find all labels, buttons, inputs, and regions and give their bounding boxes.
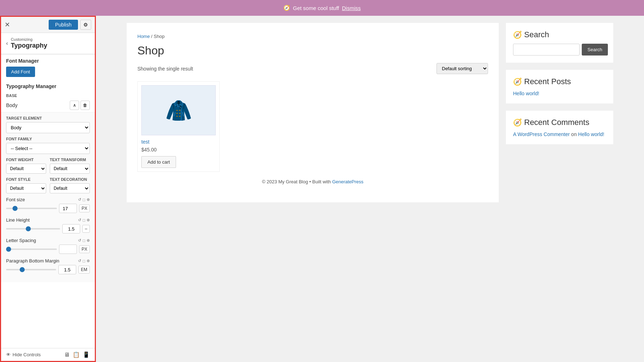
- line-height-slider[interactable]: [6, 228, 60, 230]
- font-size-header: Font size ↺ □ ⊕: [6, 197, 90, 202]
- footer-text: © 2023 My Great Blog • Built with: [262, 179, 331, 184]
- paragraph-margin-control: Paragraph Bottom Margin ↺ □ ⊕ EM: [6, 258, 90, 274]
- search-input[interactable]: [513, 44, 580, 55]
- letter-spacing-device-icon[interactable]: □: [83, 238, 85, 243]
- weight-transform-row: FONT WEIGHT Default 400 700 TEXT TRANSFO…: [6, 158, 90, 174]
- recent-comments-text: A WordPress Commenter on Hello world!: [513, 131, 606, 137]
- paragraph-margin-copy-icon[interactable]: ⊕: [87, 259, 90, 263]
- line-height-control: Line Height ↺ □ ⊕ –: [6, 217, 90, 233]
- commenter-link[interactable]: A WordPress Commenter: [513, 131, 570, 137]
- commented-post-link[interactable]: Hello world!: [578, 131, 604, 137]
- tablet-view-button[interactable]: 📋: [73, 351, 80, 358]
- paragraph-margin-header: Paragraph Bottom Margin ↺ □ ⊕: [6, 258, 90, 264]
- font-weight-select[interactable]: Default 400 700: [6, 164, 46, 174]
- line-height-header: Line Height ↺ □ ⊕: [6, 217, 90, 223]
- product-name[interactable]: test: [141, 139, 216, 145]
- body-delete-button[interactable]: 🗑: [80, 101, 90, 110]
- search-widget: 🧭 Search Search: [506, 23, 613, 63]
- paragraph-margin-label: Paragraph Bottom Margin: [6, 258, 59, 264]
- add-font-button[interactable]: Add Font: [6, 67, 35, 77]
- shop-toolbar: Showing the single result Default sortin…: [137, 63, 488, 74]
- target-element-select[interactable]: Body Headings H1 H2: [6, 122, 90, 133]
- list-item: Hello world!: [513, 91, 606, 96]
- font-size-slider[interactable]: [6, 208, 57, 209]
- text-decoration-select[interactable]: Default None Underline: [50, 183, 90, 193]
- section-title: Typography: [11, 42, 47, 49]
- line-height-device-icon[interactable]: □: [83, 218, 85, 222]
- sidebar-content: Font Manager Add Font Typography Manager…: [1, 54, 95, 348]
- body-up-button[interactable]: ∧: [70, 101, 79, 110]
- close-button[interactable]: ✕: [5, 21, 10, 29]
- typography-manager-section: Typography Manager: [1, 81, 95, 89]
- letter-spacing-control: Letter Spacing ↺ □ ⊕ PX: [6, 238, 90, 254]
- publish-button[interactable]: Publish: [49, 20, 78, 30]
- font-weight-control: FONT WEIGHT Default 400 700: [6, 158, 46, 174]
- body-actions: ∧ 🗑: [70, 101, 90, 110]
- line-height-icons: ↺ □ ⊕: [78, 218, 90, 222]
- font-size-copy-icon[interactable]: ⊕: [87, 197, 90, 202]
- back-button[interactable]: ‹: [6, 40, 8, 47]
- text-transform-label: TEXT TRANSFORM: [50, 158, 90, 162]
- device-buttons: 🖥 📋 📱: [64, 351, 90, 358]
- letter-spacing-number-input[interactable]: [59, 245, 77, 254]
- letter-spacing-slider[interactable]: [6, 248, 57, 250]
- font-size-control: Font size ↺ □ ⊕ PX: [6, 197, 90, 213]
- line-height-number-input[interactable]: [62, 224, 80, 233]
- sidebar-header: ✕ Publish ⚙ ‹ Customizing Typography: [1, 17, 95, 54]
- line-height-input-row: –: [6, 224, 90, 233]
- recent-comments-label: Recent Comments: [524, 118, 589, 127]
- font-style-select[interactable]: Default Normal Italic: [6, 183, 46, 193]
- letter-spacing-label: Letter Spacing: [6, 238, 36, 243]
- search-widget-row: Search: [513, 44, 606, 55]
- footer-link[interactable]: GeneratePress: [332, 179, 363, 184]
- desktop-view-button[interactable]: 🖥: [64, 351, 70, 358]
- letter-spacing-copy-icon[interactable]: ⊕: [87, 238, 90, 243]
- font-family-select[interactable]: -- Select -- Arial Roboto: [6, 143, 90, 154]
- product-card: 🧥 test $45.00 Add to cart: [137, 81, 220, 172]
- shop-footer: © 2023 My Great Blog • Built with Genera…: [137, 172, 488, 192]
- text-transform-select[interactable]: Default Uppercase Lowercase: [50, 164, 90, 174]
- font-family-control: FONT FAMILY -- Select -- Arial Roboto: [6, 137, 90, 154]
- showing-results: Showing the single result: [137, 66, 193, 72]
- font-size-unit: PX: [79, 204, 90, 212]
- paragraph-margin-slider[interactable]: [6, 269, 56, 270]
- sorting-select[interactable]: Default sorting Sort by popularity Sort …: [436, 63, 488, 74]
- paragraph-margin-reset-icon[interactable]: ↺: [78, 259, 81, 263]
- recent-post-link[interactable]: Hello world!: [513, 91, 539, 96]
- line-height-label: Line Height: [6, 217, 30, 223]
- main-content: Home / Shop Shop Showing the single resu…: [96, 16, 644, 362]
- paragraph-margin-device-icon[interactable]: □: [83, 259, 85, 263]
- font-size-number-input[interactable]: [59, 204, 77, 213]
- shop-area: Home / Shop Shop Showing the single resu…: [127, 23, 499, 202]
- font-size-input-row: PX: [6, 204, 90, 213]
- paragraph-margin-unit: EM: [78, 266, 90, 274]
- eye-icon: 👁: [6, 352, 11, 357]
- font-size-reset-icon[interactable]: ↺: [78, 197, 81, 202]
- sidebar-top-bar: ✕ Publish ⚙: [1, 17, 95, 33]
- controls-section: TARGET ELEMENT Body Headings H1 H2 FONT …: [1, 112, 95, 282]
- on-text: on: [571, 131, 578, 137]
- hide-controls-button[interactable]: 👁 Hide Controls: [6, 352, 41, 357]
- dismiss-link[interactable]: Dismiss: [342, 5, 361, 11]
- compass-icon: 🧭: [283, 5, 290, 11]
- product-price: $45.00: [141, 147, 216, 153]
- search-button[interactable]: Search: [582, 44, 608, 55]
- widget-sidebar: 🧭 Search Search 🧭 Recent Posts: [506, 23, 613, 202]
- font-size-device-icon[interactable]: □: [83, 197, 85, 202]
- add-to-cart-button[interactable]: Add to cart: [141, 156, 176, 168]
- recent-posts-widget: 🧭 Recent Posts Hello world!: [506, 70, 613, 103]
- content-inner: Home / Shop Shop Showing the single resu…: [119, 16, 620, 209]
- paragraph-margin-number-input[interactable]: [58, 265, 76, 274]
- recent-comments-title: 🧭 Recent Comments: [513, 118, 606, 127]
- settings-button[interactable]: ⚙: [80, 20, 91, 30]
- line-height-copy-icon[interactable]: ⊕: [87, 218, 90, 222]
- mobile-view-button[interactable]: 📱: [83, 351, 90, 358]
- sidebar-footer: 👁 Hide Controls 🖥 📋 📱: [1, 348, 95, 361]
- recent-posts-title: 🧭 Recent Posts: [513, 77, 606, 86]
- breadcrumb-home[interactable]: Home: [137, 34, 150, 39]
- line-height-reset-icon[interactable]: ↺: [78, 218, 81, 222]
- letter-spacing-reset-icon[interactable]: ↺: [78, 238, 81, 243]
- letter-spacing-unit: PX: [79, 245, 90, 253]
- base-label: BASE: [1, 91, 95, 98]
- font-size-label: Font size: [6, 197, 25, 202]
